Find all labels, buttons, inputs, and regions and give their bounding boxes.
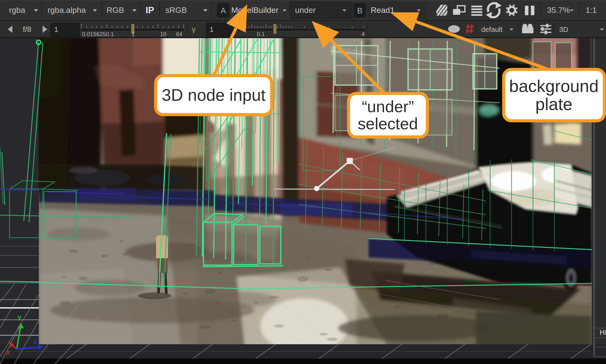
svg-text:under: under <box>295 5 316 14</box>
svg-text:1: 1 <box>132 31 135 37</box>
svg-text:1: 1 <box>54 26 58 33</box>
svg-text:0.1: 0.1 <box>257 31 265 37</box>
svg-text:plate: plate <box>535 95 572 114</box>
svg-text:10: 10 <box>160 31 167 37</box>
svg-text:B: B <box>357 6 363 15</box>
svg-text:rgba: rgba <box>9 5 25 14</box>
svg-text:default: default <box>481 26 503 33</box>
svg-text:RGB: RGB <box>107 5 124 14</box>
svg-text:γ: γ <box>192 25 196 34</box>
svg-text:Z: Z <box>33 338 37 345</box>
svg-text:0.0156250.1: 0.0156250.1 <box>82 31 114 37</box>
svg-text:3D: 3D <box>559 26 568 33</box>
svg-text:Y: Y <box>17 314 22 322</box>
svg-text:64: 64 <box>176 31 183 37</box>
svg-text:A: A <box>221 6 226 15</box>
svg-text:Read1: Read1 <box>371 5 394 14</box>
svg-text:35.7%: 35.7% <box>547 5 570 14</box>
svg-text:3D node input: 3D node input <box>162 86 266 104</box>
svg-text:4: 4 <box>361 31 364 37</box>
svg-text:HD: HD <box>600 328 606 336</box>
svg-text:f/8: f/8 <box>23 25 31 34</box>
svg-text:1:1: 1:1 <box>586 5 597 14</box>
svg-text:X: X <box>6 349 11 356</box>
svg-text:selected: selected <box>358 115 418 133</box>
svg-text:IP: IP <box>146 5 154 15</box>
svg-text:“under”: “under” <box>362 97 414 116</box>
svg-text:rgba.alpha: rgba.alpha <box>48 5 86 14</box>
svg-text:background: background <box>509 77 599 96</box>
svg-text:1: 1 <box>210 26 214 33</box>
svg-text:sRGB: sRGB <box>165 5 187 14</box>
